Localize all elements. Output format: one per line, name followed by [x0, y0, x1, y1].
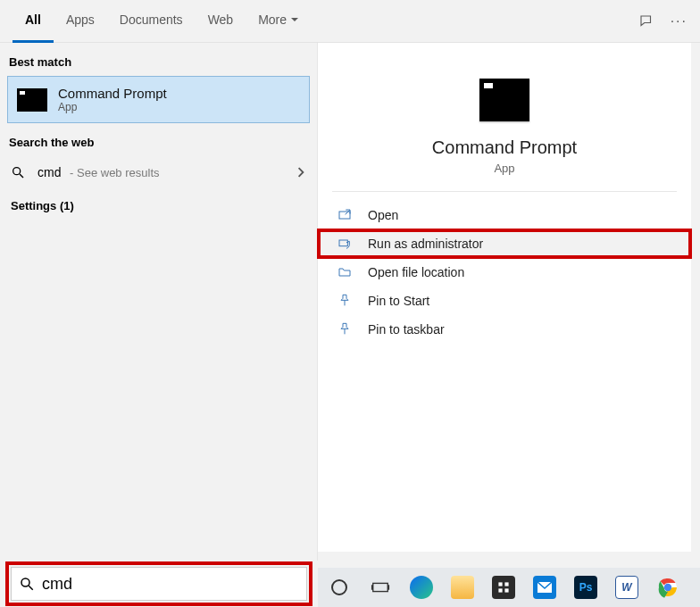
svg-rect-12 — [498, 588, 502, 592]
svg-rect-9 — [388, 585, 389, 590]
svg-rect-13 — [504, 588, 508, 592]
chevron-down-icon — [290, 15, 299, 24]
taskbar-file-explorer[interactable] — [445, 570, 480, 605]
action-open-file-location[interactable]: Open file location — [318, 258, 691, 287]
tab-web[interactable]: Web — [196, 0, 246, 43]
action-pin-taskbar[interactable]: Pin to taskbar — [318, 315, 691, 344]
tab-documents[interactable]: Documents — [107, 0, 196, 43]
open-icon — [338, 208, 354, 222]
svg-point-0 — [13, 168, 21, 175]
preview-title: Command Prompt — [432, 137, 577, 158]
preview-actions: Open Run as administrator Open file loca… — [318, 192, 691, 344]
svg-rect-11 — [504, 582, 508, 586]
svg-rect-2 — [339, 212, 350, 219]
search-icon — [19, 576, 35, 592]
svg-rect-7 — [373, 583, 388, 591]
feedback-icon[interactable] — [638, 13, 654, 29]
search-tabbar: All Apps Documents Web More ··· — [0, 0, 700, 43]
admin-shield-icon — [338, 237, 354, 251]
svg-rect-3 — [339, 240, 347, 246]
action-pin-start-label: Pin to Start — [368, 294, 429, 308]
folder-icon — [338, 265, 354, 279]
web-result-query: cmd — [38, 165, 61, 179]
results-column: Best match Command Prompt App Search the… — [0, 0, 318, 561]
web-result-item[interactable]: cmd - See web results — [0, 156, 317, 188]
svg-point-6 — [332, 580, 346, 595]
svg-line-1 — [20, 174, 23, 178]
pin-icon — [338, 322, 354, 337]
best-match-title: Command Prompt — [58, 86, 167, 101]
pin-icon — [338, 294, 354, 308]
svg-point-4 — [21, 578, 29, 586]
taskbar-photoshop[interactable]: Ps — [568, 570, 604, 605]
search-box-highlight — [5, 561, 312, 606]
svg-rect-8 — [371, 585, 373, 590]
action-pin-taskbar-label: Pin to taskbar — [368, 322, 445, 337]
tab-all[interactable]: All — [12, 0, 54, 43]
preview-hero: Command Prompt App — [332, 52, 677, 192]
chevron-right-icon — [296, 167, 306, 178]
taskbar: Ps W — [318, 568, 700, 607]
search-input[interactable] — [42, 575, 299, 594]
command-prompt-icon — [17, 88, 47, 112]
best-match-header: Best match — [0, 43, 317, 76]
more-options-icon[interactable]: ··· — [671, 13, 688, 29]
search-panel: All Apps Documents Web More ··· Best mat… — [0, 0, 700, 561]
search-icon — [11, 165, 29, 179]
action-run-admin-label: Run as administrator — [368, 237, 483, 251]
svg-rect-10 — [498, 582, 502, 586]
action-open-label: Open — [368, 208, 398, 222]
settings-header[interactable]: Settings (1) — [0, 188, 317, 223]
taskbar-store[interactable] — [486, 570, 521, 605]
taskbar-word[interactable]: W — [609, 570, 645, 605]
taskbar-task-view[interactable] — [362, 570, 398, 605]
best-match-item[interactable]: Command Prompt App — [7, 76, 310, 123]
search-web-header: Search the web — [0, 123, 317, 156]
tab-apps[interactable]: Apps — [54, 0, 107, 43]
web-result-hint: - See web results — [66, 166, 159, 179]
taskbar-cortana[interactable] — [321, 570, 357, 605]
taskbar-chrome[interactable] — [650, 570, 686, 605]
action-open[interactable]: Open — [318, 201, 691, 229]
command-prompt-icon — [479, 79, 529, 121]
action-open-file-location-label: Open file location — [368, 265, 464, 279]
preview-subtitle: App — [494, 162, 514, 175]
tab-more[interactable]: More — [246, 0, 312, 43]
taskbar-mail[interactable] — [527, 570, 562, 605]
bottom-bar: Ps W — [0, 561, 700, 607]
search-box[interactable] — [11, 567, 307, 601]
taskbar-edge[interactable] — [404, 570, 439, 605]
action-pin-start[interactable]: Pin to Start — [318, 287, 691, 315]
svg-line-5 — [29, 586, 33, 590]
tab-more-label: More — [258, 12, 287, 27]
action-run-as-administrator[interactable]: Run as administrator — [318, 229, 691, 258]
web-result-text: cmd - See web results — [38, 165, 296, 179]
preview-column: Command Prompt App Open Run as administr… — [318, 9, 691, 552]
best-match-subtitle: App — [58, 101, 167, 113]
